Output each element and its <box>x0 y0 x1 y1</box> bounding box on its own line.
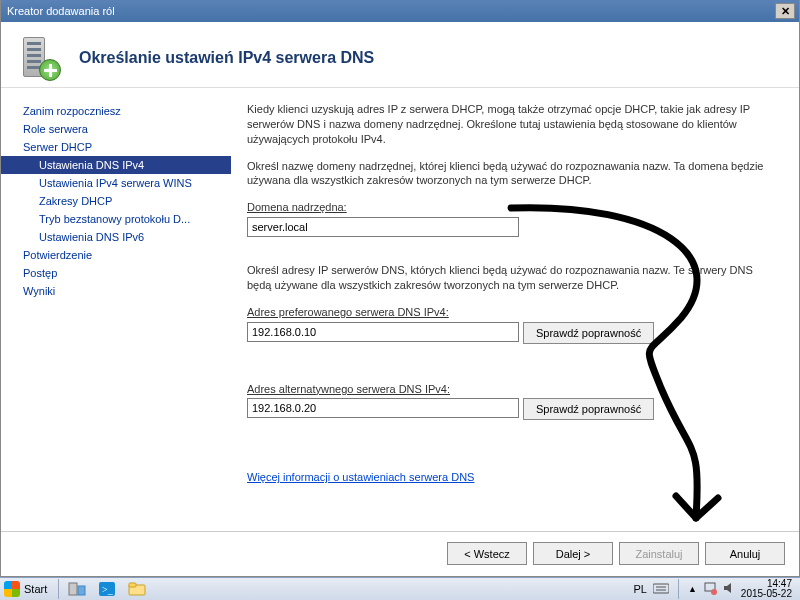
svg-marker-11 <box>724 583 731 593</box>
step-sidebar: Zanim rozpocznieszRole serweraSerwer DHC… <box>1 88 231 531</box>
start-label: Start <box>24 583 47 595</box>
windows-orb-icon <box>4 581 20 597</box>
svg-text:>_: >_ <box>102 584 114 595</box>
svg-rect-5 <box>129 583 136 587</box>
dns-instruction: Określ adresy IP serwerów DNS, których k… <box>247 263 775 293</box>
sidebar-step[interactable]: Postęp <box>1 264 231 282</box>
clock-date: 2015-05-22 <box>741 589 792 600</box>
svg-point-10 <box>711 589 717 595</box>
wizard-window: Kreator dodawania ról ✕ Określanie ustaw… <box>0 0 800 577</box>
sidebar-step[interactable]: Zanim rozpoczniesz <box>1 102 231 120</box>
preferred-dns-input[interactable] <box>247 322 519 342</box>
titlebar: Kreator dodawania ról ✕ <box>1 0 799 22</box>
install-button: Zainstaluj <box>619 542 699 565</box>
parent-domain-label: Domena nadrzędna: <box>247 200 775 215</box>
sidebar-step[interactable]: Potwierdzenie <box>1 246 231 264</box>
tray-sound-icon[interactable] <box>723 582 735 596</box>
preferred-dns-label: Adres preferowanego serwera DNS IPv4: <box>247 305 775 320</box>
sidebar-step[interactable]: Zakresy DHCP <box>1 192 231 210</box>
tray-clock[interactable]: 14:47 2015-05-22 <box>741 579 794 600</box>
next-button[interactable]: Dalej > <box>533 542 613 565</box>
sidebar-step[interactable]: Wyniki <box>1 282 231 300</box>
sidebar-step[interactable]: Tryb bezstanowy protokołu D... <box>1 210 231 228</box>
wizard-header: Określanie ustawień IPv4 serwera DNS <box>1 22 799 88</box>
tray-up-icon[interactable]: ▲ <box>688 584 697 594</box>
annotation-arrow <box>501 198 791 558</box>
close-button[interactable]: ✕ <box>775 3 795 19</box>
add-role-icon <box>17 35 63 81</box>
alternate-dns-input[interactable] <box>247 398 519 418</box>
page-title: Określanie ustawień IPv4 serwera DNS <box>79 49 374 67</box>
sidebar-step[interactable]: Role serwera <box>1 120 231 138</box>
parent-domain-input[interactable] <box>247 217 519 237</box>
tray-keyboard-icon[interactable] <box>653 582 669 596</box>
intro-text: Kiedy klienci uzyskują adres IP z serwer… <box>247 102 775 147</box>
taskbar-explorer-icon[interactable] <box>122 579 152 599</box>
domain-instruction: Określ nazwę domeny nadrzędnej, której k… <box>247 159 775 189</box>
svg-rect-0 <box>69 583 77 595</box>
start-button[interactable]: Start <box>0 578 55 601</box>
taskbar-powershell-icon[interactable]: >_ <box>92 579 122 599</box>
sidebar-step[interactable]: Ustawienia DNS IPv4 <box>1 156 231 174</box>
taskbar: Start >_ PL ▲ 14:47 2015-05-22 <box>0 577 800 600</box>
svg-rect-1 <box>78 586 85 595</box>
more-info-link[interactable]: Więcej informacji o ustawieniach serwera… <box>247 470 474 485</box>
validate-alternate-button[interactable]: Sprawdź poprawność <box>523 398 654 420</box>
back-button[interactable]: < Wstecz <box>447 542 527 565</box>
sidebar-step[interactable]: Ustawienia IPv4 serwera WINS <box>1 174 231 192</box>
cancel-button[interactable]: Anuluj <box>705 542 785 565</box>
taskbar-server-manager-icon[interactable] <box>62 579 92 599</box>
tray-lang[interactable]: PL <box>633 583 646 595</box>
main-pane: Kiedy klienci uzyskują adres IP z serwer… <box>231 88 799 531</box>
svg-rect-6 <box>653 584 669 593</box>
sidebar-step[interactable]: Ustawienia DNS IPv6 <box>1 228 231 246</box>
window-title: Kreator dodawania ról <box>5 5 775 17</box>
validate-preferred-button[interactable]: Sprawdź poprawność <box>523 322 654 344</box>
sidebar-step[interactable]: Serwer DHCP <box>1 138 231 156</box>
alternate-dns-label: Adres alternatywnego serwera DNS IPv4: <box>247 382 775 397</box>
tray-network-icon[interactable] <box>703 581 717 597</box>
wizard-footer: < Wstecz Dalej > Zainstaluj Anuluj <box>1 531 799 575</box>
